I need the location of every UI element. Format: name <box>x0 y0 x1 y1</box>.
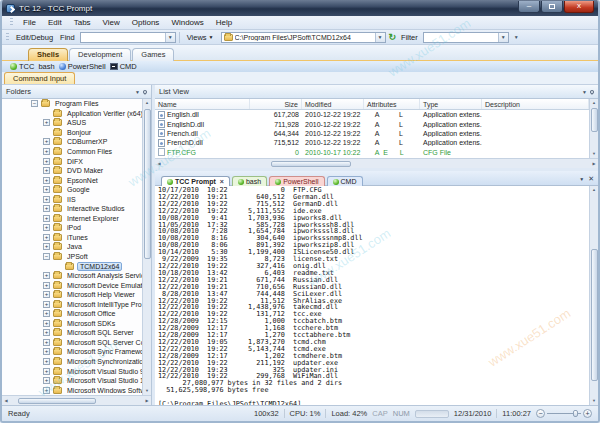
expand-icon[interactable]: + <box>43 387 50 394</box>
tree-item-ipod[interactable]: +iPod <box>2 223 142 233</box>
expand-icon[interactable]: + <box>43 377 50 384</box>
pin-icon[interactable] <box>142 89 148 95</box>
expand-icon[interactable]: + <box>43 205 50 212</box>
tree-item-difx[interactable]: +DIFX <box>2 156 142 166</box>
chevron-down-icon[interactable]: ▼ <box>582 89 587 95</box>
expand-icon[interactable]: + <box>43 301 50 308</box>
column-header-modified[interactable]: Modified <box>302 99 364 109</box>
shell-button-bash[interactable]: bash <box>38 62 54 71</box>
collapse-icon[interactable]: − <box>31 100 38 107</box>
file-row-ftp-cfg[interactable]: FTP.CFG02010-10-17 10:22__A_E___LCFG Fil… <box>155 148 589 157</box>
edit-debug-button[interactable]: Edit/Debug <box>14 33 55 42</box>
minimize-button[interactable]: – <box>518 1 540 13</box>
console-tab-cmd[interactable]: CMD <box>327 176 363 186</box>
expand-icon[interactable]: + <box>43 148 50 155</box>
close-button[interactable]: x <box>564 1 594 13</box>
scroll-left-icon[interactable]: ◀ <box>155 161 163 166</box>
expand-icon[interactable]: + <box>43 234 50 241</box>
zoom-in-button[interactable]: + <box>583 409 592 418</box>
scrollbar-thumb[interactable] <box>591 249 598 381</box>
chevron-down-icon[interactable]: ▼ <box>165 33 175 42</box>
chevron-down-icon[interactable]: ▼ <box>579 176 584 182</box>
tree-item-cdburnerxp[interactable]: +CDBurnerXP <box>2 137 142 147</box>
tree-item-iis[interactable]: +IIS <box>2 194 142 204</box>
tree-item-itunes[interactable]: +iTunes <box>2 233 142 243</box>
tree-item-microsoft-help-viewer[interactable]: +Microsoft Help Viewer <box>2 290 142 300</box>
tree-item-microsoft-sdks[interactable]: +Microsoft SDKs <box>2 319 142 329</box>
zoom-out-button[interactable]: − <box>536 409 545 418</box>
tree-item-microsoft-sql-server-comp[interactable]: +Microsoft SQL Server Comp <box>2 338 142 348</box>
tab-games[interactable]: Games <box>132 48 174 61</box>
tree-item-bonjour[interactable]: Bonjour <box>2 128 142 138</box>
expand-icon[interactable]: + <box>43 177 50 184</box>
path-combobox[interactable]: C:\Program Files\JPSoft\TCMD12x64 ▼ <box>221 32 386 43</box>
scroll-down-icon[interactable]: ▼ <box>592 150 596 158</box>
shell-button-cmd[interactable]: CMD <box>110 62 137 71</box>
expand-icon[interactable]: + <box>43 339 50 346</box>
tree-item-internet-explorer[interactable]: +Internet Explorer <box>2 214 142 224</box>
expand-icon[interactable]: + <box>43 320 50 327</box>
expand-icon[interactable]: + <box>43 368 50 375</box>
tab-development[interactable]: Development <box>69 48 131 61</box>
scroll-down-icon[interactable]: ▼ <box>592 397 596 405</box>
scrollbar-thumb[interactable] <box>18 398 96 404</box>
tree-item-microsoft-windows-softwa[interactable]: +Microsoft Windows Softwa <box>2 385 142 395</box>
tree-item-microsoft-analysis-services[interactable]: +Microsoft Analysis Services <box>2 271 142 281</box>
menu-item-windows[interactable]: Windows <box>165 17 209 28</box>
console-tab-tcc-prompt[interactable]: TCC Prompt× <box>161 176 230 186</box>
tree-item-microsoft-synchronization[interactable]: +Microsoft Synchronization <box>2 357 142 367</box>
toolbar-overflow-icon[interactable]: ▼ <box>512 34 521 40</box>
console-output[interactable]: 10/17/2010 10:22 0 FTP.CFG 12/22/2010 19… <box>155 186 588 405</box>
scrollbar-thumb[interactable] <box>144 109 151 259</box>
tree-item-application-verifier-x64[interactable]: Application Verifier (x64) <box>2 109 142 119</box>
column-header-size[interactable]: Size <box>250 99 302 109</box>
column-header-description[interactable]: Description <box>482 99 589 109</box>
expand-icon[interactable]: + <box>43 272 50 279</box>
menu-item-view[interactable]: View <box>97 17 126 28</box>
tree-item-microsoft-office[interactable]: +Microsoft Office <box>2 309 142 319</box>
command-input-tab[interactable]: Command Input <box>4 72 75 84</box>
filter-input[interactable]: ▼ <box>423 32 509 43</box>
tree-item-microsoft-visual-studio-9-0[interactable]: +Microsoft Visual Studio 9.0 <box>2 366 142 376</box>
shell-button-tcc[interactable]: TCC <box>10 62 34 71</box>
scroll-right-icon[interactable]: ▶ <box>590 161 598 166</box>
tree-item-tcmd12x64[interactable]: TCMD12x64 <box>2 261 142 271</box>
file-row-englishd-dll[interactable]: EnglishD.dll711,9282010-12-22 19:22__A__… <box>155 119 589 128</box>
views-button[interactable]: Views ▼ <box>183 32 218 43</box>
chevron-down-icon[interactable]: ▼ <box>498 33 508 42</box>
file-row-french-dll[interactable]: French.dll644,3442010-12-22 19:22__A____… <box>155 129 589 138</box>
zoom-slider[interactable]: − + <box>536 409 592 418</box>
scroll-down-icon[interactable]: ▼ <box>145 387 149 395</box>
expand-icon[interactable]: + <box>43 158 50 165</box>
find-input[interactable]: ▼ <box>80 32 176 43</box>
console-vertical-scrollbar[interactable]: ▲ ▼ <box>589 186 598 405</box>
zoom-thumb[interactable] <box>573 410 578 417</box>
close-icon[interactable]: ✕ <box>588 175 594 183</box>
menu-item-file[interactable]: File <box>17 17 42 28</box>
column-header-attributes[interactable]: Attributes <box>364 99 420 109</box>
tree-item-microsoft-visual-studio-10[interactable]: +Microsoft Visual Studio 10. <box>2 376 142 386</box>
menu-item-tabs[interactable]: Tabs <box>68 17 97 28</box>
scrollbar-thumb[interactable] <box>591 108 598 132</box>
scroll-left-icon[interactable]: ◀ <box>2 398 10 403</box>
collapse-icon[interactable]: − <box>43 253 50 260</box>
scroll-up-icon[interactable]: ▲ <box>145 99 149 107</box>
menu-item-help[interactable]: Help <box>210 17 238 28</box>
expand-icon[interactable]: + <box>43 282 50 289</box>
shell-button-powershell[interactable]: PowerShell <box>59 62 106 71</box>
maximize-button[interactable] <box>541 1 563 13</box>
column-header-name[interactable]: Name <box>155 99 250 109</box>
expand-icon[interactable]: + <box>43 348 50 355</box>
pin-icon[interactable] <box>589 89 595 95</box>
list-horizontal-scrollbar[interactable]: ◀ ▶ <box>155 158 598 168</box>
console-tab-powershell[interactable]: PowerShell <box>269 176 324 186</box>
tree-item-jpsoft[interactable]: −JPSoft <box>2 252 142 262</box>
expand-icon[interactable]: + <box>43 119 50 126</box>
menu-item-edit[interactable]: Edit <box>42 17 68 28</box>
tree-item-microsoft-device-emulator[interactable]: +Microsoft Device Emulator <box>2 280 142 290</box>
tree-item-google[interactable]: +Google <box>2 185 142 195</box>
tree-item-dvd-maker[interactable]: +DVD Maker <box>2 166 142 176</box>
tab-shells[interactable]: Shells <box>28 48 68 61</box>
tree-vertical-scrollbar[interactable]: ▲ ▼ <box>142 99 151 395</box>
go-refresh-icon[interactable]: ↻ <box>389 33 397 42</box>
